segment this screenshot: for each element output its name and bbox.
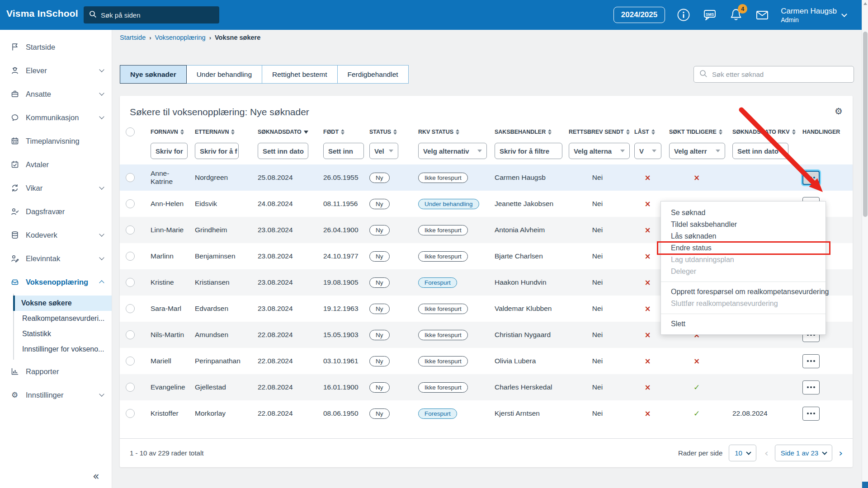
cross-icon: × bbox=[644, 383, 651, 392]
filter-rettsbrev[interactable]: Velg alterna bbox=[569, 143, 630, 159]
filter-soknadsdato-rkv[interactable]: Sett inn dato bbox=[732, 143, 788, 159]
table-row[interactable]: Evangeline Gjellestad 22.08.2024 16.01.1… bbox=[120, 374, 853, 400]
info-icon[interactable] bbox=[676, 7, 691, 23]
menu-item-opprett-foresporsel[interactable]: Opprett forespørsel om realkompetansevur… bbox=[661, 286, 826, 298]
search-icon bbox=[699, 70, 708, 80]
col-fodt[interactable]: FØDT bbox=[323, 123, 369, 141]
table-row[interactable]: Mariell Perinpanathan 22.08.2024 03.10.1… bbox=[120, 348, 853, 374]
global-search-input[interactable] bbox=[101, 11, 214, 19]
sidebar-subitem-statistikk[interactable]: Statistikk bbox=[14, 326, 112, 342]
tab-ferdigbehandlet[interactable]: Ferdigbehandlet bbox=[337, 65, 409, 84]
row-checkbox[interactable] bbox=[126, 409, 135, 418]
col-fornavn[interactable]: FORNAVN bbox=[151, 123, 195, 141]
table-row[interactable]: Anne-Katrine Nordgreen 25.08.2024 26.05.… bbox=[120, 164, 853, 191]
col-soknadsdato[interactable]: SØKNADSDATO bbox=[258, 123, 323, 141]
col-last[interactable]: LÅST bbox=[634, 123, 669, 141]
sidebar-subitem-realkompetansevurdering[interactable]: Realkompetansevurderi... bbox=[14, 311, 112, 326]
sidebar-item-dagsfravaer[interactable]: Dagsfravær bbox=[0, 200, 112, 223]
status-badge: Ny bbox=[369, 330, 390, 340]
sidebar-item-voksenopplaering[interactable]: Voksenopplæring bbox=[0, 270, 112, 294]
filter-soknadsdato[interactable]: Sett inn dato bbox=[258, 143, 308, 159]
table-row[interactable]: Kristoffer Morkorlay 22.08.2024 08.06.19… bbox=[120, 400, 853, 427]
tab-under-behandling[interactable]: Under behandling bbox=[186, 65, 262, 84]
col-saksbehandler[interactable]: SAKSBEHANDLER bbox=[495, 123, 569, 141]
scroll-up-icon[interactable] bbox=[863, 2, 867, 5]
next-page-button[interactable]: › bbox=[839, 447, 843, 459]
tab-nye-soknader[interactable]: Nye søknader bbox=[120, 65, 187, 84]
breadcrumb-voksenopplaering[interactable]: Voksenopplæring bbox=[155, 34, 206, 41]
breadcrumb-startside[interactable]: Startside bbox=[120, 34, 146, 41]
menu-item-las-soknaden[interactable]: Lås søknaden bbox=[661, 230, 826, 242]
page-scrollbar[interactable] bbox=[862, 0, 868, 488]
sidebar-item-ansatte[interactable]: Ansatte bbox=[0, 82, 112, 106]
menu-item-slett[interactable]: Slett bbox=[661, 318, 826, 330]
user-menu[interactable]: Carmen Haugsb Admin bbox=[781, 7, 846, 23]
filter-etternavn[interactable]: Skriv for å f bbox=[195, 143, 239, 159]
rows-per-page-select[interactable]: 10 bbox=[729, 445, 756, 461]
rows-per-page-label: Rader per side bbox=[678, 449, 722, 457]
select-all-checkbox[interactable] bbox=[126, 127, 135, 136]
table-settings-gear-icon[interactable]: ⚙ bbox=[835, 106, 843, 117]
row-checkbox[interactable] bbox=[126, 278, 135, 287]
menu-item-tildel-saksbehandler[interactable]: Tildel saksbehandler bbox=[661, 219, 826, 230]
row-actions-button[interactable] bbox=[802, 354, 820, 368]
tab-rettighet-bestemt[interactable]: Rettighet bestemt bbox=[262, 65, 337, 84]
filter-fodt[interactable]: Sett inn bbox=[323, 143, 364, 159]
row-checkbox[interactable] bbox=[126, 330, 135, 339]
header-select-all[interactable] bbox=[126, 123, 151, 141]
person-edit-icon bbox=[10, 254, 19, 263]
sidebar-item-timeplanvisning[interactable]: Timeplanvisning bbox=[0, 129, 112, 153]
row-checkbox[interactable] bbox=[126, 173, 135, 182]
page-select[interactable]: Side 1 av 23 bbox=[775, 445, 832, 461]
rkv-status-badge: Forespurt bbox=[418, 408, 457, 419]
col-rettsbrev-sendt[interactable]: RETTSBREV SENDT bbox=[569, 123, 634, 141]
sidebar-item-kommunikasjon[interactable]: Kommunikasjon bbox=[0, 106, 112, 129]
col-sokt-tidligere[interactable]: SØKT TIDLIGERE bbox=[669, 123, 732, 141]
menu-item-se-soknad[interactable]: Se søknad bbox=[661, 207, 826, 219]
gear-icon: ⚙ bbox=[10, 390, 19, 400]
row-actions-button[interactable] bbox=[802, 407, 820, 421]
col-rkv-status[interactable]: RKV STATUS bbox=[418, 123, 495, 141]
sidebar-collapse-button[interactable]: « bbox=[93, 470, 99, 483]
filter-rkv-status[interactable]: Velg alternativ bbox=[418, 143, 487, 159]
chevron-down-icon bbox=[477, 150, 482, 152]
filter-saksbehandler[interactable]: Skriv for å filtre bbox=[495, 143, 562, 159]
sidebar-subitem-voksne-sokere[interactable]: Voksne søkere bbox=[13, 296, 112, 311]
filter-status[interactable]: Vel bbox=[369, 143, 398, 159]
filter-fornavn[interactable]: Skriv for bbox=[151, 143, 188, 159]
global-search[interactable] bbox=[84, 6, 219, 23]
row-actions-button[interactable] bbox=[802, 380, 820, 394]
sidebar-item-innstillinger[interactable]: ⚙ Innstillinger bbox=[0, 383, 112, 407]
sidebar-item-avtaler[interactable]: Avtaler bbox=[0, 153, 112, 176]
col-etternavn[interactable]: ETTERNAVN bbox=[195, 123, 258, 141]
mail-icon[interactable] bbox=[755, 7, 770, 23]
cross-icon: × bbox=[644, 173, 651, 182]
row-checkbox[interactable] bbox=[126, 357, 135, 366]
row-actions-button[interactable] bbox=[802, 171, 820, 185]
table-search-input[interactable] bbox=[712, 70, 848, 78]
sidebar-item-kodeverk[interactable]: Kodeverk bbox=[0, 223, 112, 247]
sms-icon[interactable]: SMS bbox=[702, 7, 717, 23]
sidebar-item-vikar[interactable]: Vikar bbox=[0, 176, 112, 200]
col-soknadsdato-rkv[interactable]: SØKNADSDATO RKV bbox=[732, 123, 802, 141]
sidebar-item-startside[interactable]: Startside bbox=[0, 35, 112, 59]
app-logo[interactable]: Visma InSchool bbox=[6, 8, 78, 19]
filter-sokt-tidligere[interactable]: Velg alterr bbox=[669, 143, 725, 159]
user-name: Carmen Haugsb bbox=[781, 7, 837, 16]
row-checkbox[interactable] bbox=[126, 199, 135, 208]
sidebar-subitem-innstillinger-vokseno[interactable]: Innstillinger for vokseno... bbox=[14, 342, 112, 357]
school-year-button[interactable]: 2024/2025 bbox=[613, 7, 665, 23]
sidebar-item-elevinntak[interactable]: Elevinntak bbox=[0, 247, 112, 270]
table-search[interactable] bbox=[693, 66, 854, 83]
notifications-bell-icon[interactable]: 4 bbox=[728, 7, 744, 23]
sidebar-item-rapporter[interactable]: Rapporter bbox=[0, 360, 112, 383]
row-checkbox[interactable] bbox=[126, 225, 135, 235]
scrollbar-thumb[interactable] bbox=[863, 32, 868, 217]
row-checkbox[interactable] bbox=[126, 252, 135, 261]
sidebar-item-elever[interactable]: Elever bbox=[0, 59, 112, 82]
row-checkbox[interactable] bbox=[126, 304, 135, 313]
filter-last[interactable]: V bbox=[634, 143, 661, 159]
col-status[interactable]: STATUS bbox=[369, 123, 418, 141]
row-checkbox[interactable] bbox=[126, 383, 135, 392]
menu-item-endre-status[interactable]: Endre status bbox=[661, 242, 826, 254]
